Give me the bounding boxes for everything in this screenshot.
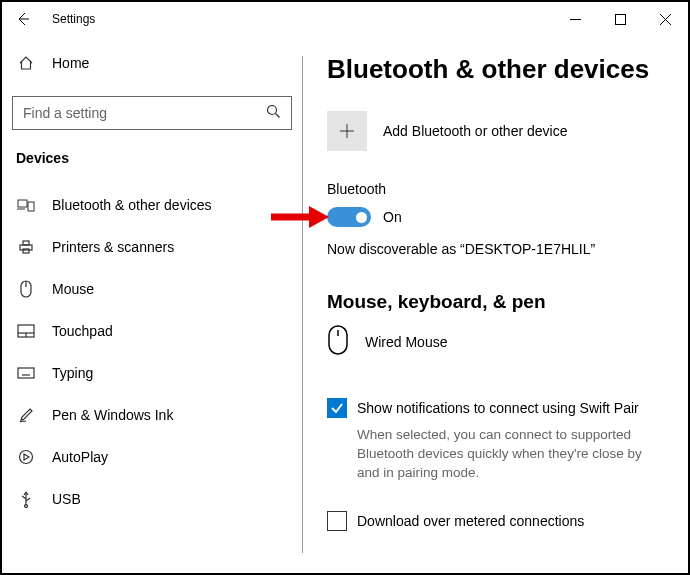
- window-title: Settings: [52, 12, 95, 26]
- nav-printers[interactable]: Printers & scanners: [10, 226, 294, 268]
- back-button[interactable]: [10, 7, 34, 31]
- swift-pair-description: When selected, you can connect to suppor…: [357, 426, 664, 483]
- home-icon: [16, 55, 36, 71]
- nav-item-label: AutoPlay: [52, 449, 108, 465]
- bluetooth-devices-icon: [16, 197, 36, 213]
- minimize-button[interactable]: [553, 2, 598, 36]
- nav-item-label: Bluetooth & other devices: [52, 197, 212, 213]
- metered-label: Download over metered connections: [357, 511, 584, 531]
- nav-usb[interactable]: USB: [10, 478, 294, 520]
- nav-item-label: Typing: [52, 365, 93, 381]
- nav-item-label: Touchpad: [52, 323, 113, 339]
- search-icon: [266, 104, 281, 122]
- nav-typing[interactable]: Typing: [10, 352, 294, 394]
- autoplay-icon: [16, 449, 36, 465]
- svg-point-23: [20, 451, 33, 464]
- nav-item-label: Pen & Windows Ink: [52, 407, 173, 423]
- maximize-button[interactable]: [598, 2, 643, 36]
- nav-mouse[interactable]: Mouse: [10, 268, 294, 310]
- page-title: Bluetooth & other devices: [327, 54, 664, 85]
- search-input[interactable]: [23, 105, 260, 121]
- nav-home[interactable]: Home: [10, 44, 294, 82]
- nav-item-label: USB: [52, 491, 81, 507]
- plus-icon: [327, 111, 367, 151]
- nav-pen[interactable]: Pen & Windows Ink: [10, 394, 294, 436]
- nav-item-label: Printers & scanners: [52, 239, 174, 255]
- svg-rect-7: [28, 202, 34, 211]
- mouse-icon: [327, 325, 349, 358]
- svg-rect-6: [18, 200, 27, 207]
- sidebar-section-title: Devices: [10, 150, 294, 166]
- bluetooth-status: Now discoverable as “DESKTOP-1E7HLIL”: [327, 241, 664, 257]
- add-device-button[interactable]: Add Bluetooth or other device: [327, 111, 664, 151]
- touchpad-icon: [16, 324, 36, 338]
- pen-icon: [16, 407, 36, 423]
- svg-line-5: [276, 114, 280, 118]
- svg-rect-1: [616, 14, 626, 24]
- keyboard-icon: [16, 367, 36, 379]
- usb-icon: [16, 490, 36, 508]
- bluetooth-toggle[interactable]: [327, 207, 371, 227]
- nav-item-label: Mouse: [52, 281, 94, 297]
- device-item[interactable]: Wired Mouse: [327, 325, 664, 358]
- toggle-knob: [356, 212, 367, 223]
- nav-home-label: Home: [52, 55, 89, 71]
- add-device-label: Add Bluetooth or other device: [383, 123, 567, 139]
- search-box[interactable]: [12, 96, 292, 130]
- svg-rect-17: [18, 368, 34, 378]
- bluetooth-state: On: [383, 209, 402, 225]
- close-button[interactable]: [643, 2, 688, 36]
- mouse-icon: [16, 280, 36, 298]
- printer-icon: [16, 239, 36, 255]
- svg-point-4: [268, 106, 277, 115]
- nav-autoplay[interactable]: AutoPlay: [10, 436, 294, 478]
- metered-checkbox[interactable]: [327, 511, 347, 531]
- device-label: Wired Mouse: [365, 334, 447, 350]
- section-heading: Mouse, keyboard, & pen: [327, 291, 664, 313]
- bluetooth-label: Bluetooth: [327, 181, 664, 197]
- nav-bluetooth[interactable]: Bluetooth & other devices: [10, 184, 294, 226]
- svg-rect-10: [23, 241, 29, 245]
- swift-pair-checkbox[interactable]: [327, 398, 347, 418]
- swift-pair-label: Show notifications to connect using Swif…: [357, 398, 639, 418]
- nav-touchpad[interactable]: Touchpad: [10, 310, 294, 352]
